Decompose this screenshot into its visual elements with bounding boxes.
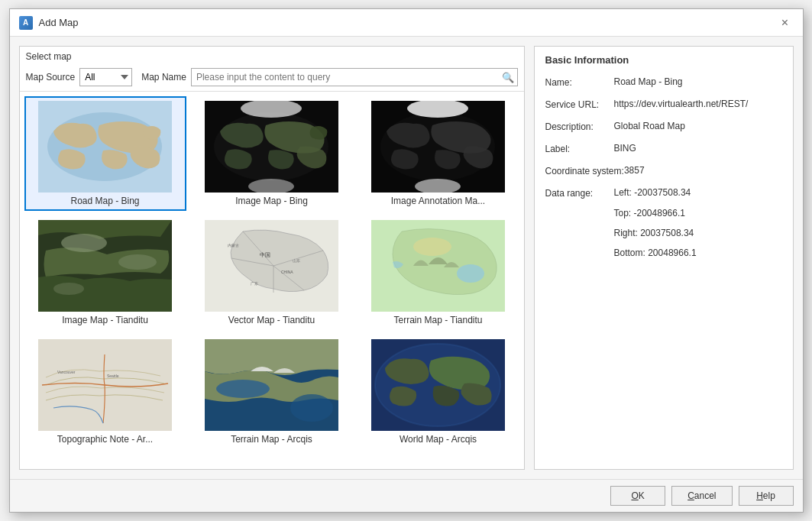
map-source-label: Map Source [26,72,76,83]
map-source-select[interactable]: All Bing Tianditu Arcqis [79,68,132,86]
name-label: Name: [545,76,614,88]
service-url-value: https://dev.virtualearth.net/REST/ [614,99,782,109]
dialog-body: Select map Map Source All Bing Tianditu … [10,37,803,479]
filter-bar: Map Source All Bing Tianditu Arcqis Map … [20,65,524,92]
dialog-title: Add Map [39,17,79,28]
info-section-title: Basic Information [545,54,782,66]
map-item-vector-tianditu[interactable]: 中国 CHINA 内蒙古 广东 山东 Vector Map - Tianditu [191,215,353,330]
map-item-image-annotation[interactable]: Image Annotation Ma... [357,96,519,211]
map-thumb-terrain-arcqis [205,339,338,431]
info-row-label: Label: BING [545,143,782,154]
map-label-image-annotation: Image Annotation Ma... [362,196,515,206]
svg-text:中国: 中国 [260,252,270,257]
description-label: Description: [545,121,614,132]
map-thumb-vector-tianditu: 中国 CHINA 内蒙古 广东 山东 [205,220,338,312]
map-label-road-bing: Road Map - Bing [29,196,182,206]
data-range-right-row: Right: 20037508.34 [545,228,694,238]
search-button[interactable]: 🔍 [499,69,517,86]
svg-text:Seattle: Seattle [107,374,119,378]
map-item-road-bing[interactable]: Road Map - Bing [24,96,186,211]
data-range-top: Top: -20048966.1 [614,208,685,218]
map-grid-container[interactable]: Road Map - Bing [20,92,524,469]
svg-point-13 [118,254,157,270]
left-panel: Select map Map Source All Bing Tianditu … [19,46,525,470]
name-value: Road Map - Bing [614,76,782,87]
coordinate-label: Coordinate system: [545,165,624,176]
description-value: Global Road Map [614,121,782,131]
map-thumb-image-annotation [371,101,505,193]
map-item-topo-arcqis[interactable]: Vancouver Seattle Topographic Note - Ar.… [24,335,186,449]
search-input[interactable] [192,69,499,86]
label-label: Label: [545,143,614,154]
help-button[interactable]: Help [739,486,794,506]
svg-text:内蒙古: 内蒙古 [228,243,239,248]
info-row-name: Name: Road Map - Bing [545,76,782,88]
svg-text:山东: 山东 [293,258,300,263]
map-name-label: Map Name [141,72,186,83]
svg-point-28 [413,238,451,256]
map-thumb-road-bing [38,101,172,193]
select-map-label: Select map [20,47,524,65]
data-range-left: Left: -20037508.34 [614,187,691,199]
data-range-bottom: Bottom: 20048966.1 [614,248,697,258]
map-thumb-image-tianditu [38,220,172,312]
add-map-dialog: A Add Map × Select map Map Source All Bi… [9,8,804,513]
map-label-vector-tianditu: Vector Map - Tianditu [196,315,348,325]
close-button[interactable]: × [777,15,794,31]
data-range-top-row: Top: -20048966.1 [545,208,685,218]
map-thumb-world-arcqis [371,339,505,431]
service-url-label: Service URL: [545,99,614,110]
cancel-button[interactable]: Cancel [671,486,732,506]
svg-text:CHINA: CHINA [281,270,293,274]
map-label-image-bing: Image Map - Bing [196,196,348,206]
map-label-terrain-tianditu: Terrain Map - Tianditu [362,315,515,325]
search-input-wrap: 🔍 [191,68,518,86]
title-bar-left: A Add Map [19,16,79,30]
info-row-data-range: Data range: Left: -20037508.34 Top: -200… [545,187,782,258]
coordinate-value: 3857 [624,165,782,176]
data-range-bottom-row: Bottom: 20048966.1 [545,248,697,258]
svg-point-34 [216,380,270,398]
map-grid: Road Map - Bing [24,96,519,449]
label-value: BING [614,143,782,154]
map-thumb-image-bing [205,101,338,193]
map-item-image-bing[interactable]: Image Map - Bing [191,96,353,211]
map-item-image-tianditu[interactable]: Image Map - Tianditu [24,215,186,330]
map-thumb-topo-arcqis: Vancouver Seattle [38,339,172,431]
right-panel: Basic Information Name: Road Map - Bing … [534,46,794,470]
title-bar: A Add Map × [10,9,803,37]
info-row-description: Description: Global Road Map [545,121,782,132]
data-range-right: Right: 20037508.34 [614,228,694,238]
svg-point-12 [61,234,107,252]
data-range-label: Data range: [545,187,614,199]
map-label-topo-arcqis: Topographic Note - Ar... [29,434,182,445]
app-icon: A [19,16,33,30]
svg-text:广东: 广东 [251,281,258,286]
svg-point-14 [53,283,84,295]
ok-button[interactable]: OK [610,486,665,506]
svg-point-27 [457,264,484,283]
svg-text:Vancouver: Vancouver [57,370,76,374]
data-range-header: Data range: Left: -20037508.34 [545,187,691,199]
map-item-terrain-tianditu[interactable]: Terrain Map - Tianditu [357,215,519,330]
map-item-world-arcqis[interactable]: World Map - Arcqis [357,335,519,449]
map-label-image-tianditu: Image Map - Tianditu [29,315,182,325]
map-label-terrain-arcqis: Terrain Map - Arcqis [196,434,348,445]
map-thumb-terrain-tianditu [371,220,505,312]
info-row-coordinate: Coordinate system: 3857 [545,165,782,176]
dialog-footer: OK Cancel Help [10,479,803,512]
map-item-terrain-arcqis[interactable]: Terrain Map - Arcqis [191,335,353,449]
map-label-world-arcqis: World Map - Arcqis [362,434,515,445]
info-row-service-url: Service URL: https://dev.virtualearth.ne… [545,99,782,110]
svg-point-35 [290,394,333,422]
